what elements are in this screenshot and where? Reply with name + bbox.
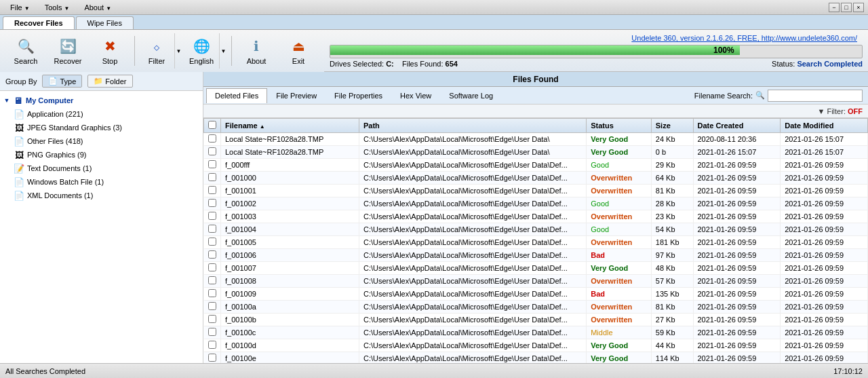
tab-recover-files[interactable]: Recover Files bbox=[3, 16, 75, 29]
table-row[interactable]: f_00100b C:\Users\Alex\AppData\Local\Mic… bbox=[204, 314, 868, 326]
table-row[interactable]: Local State~RF1028a28.TMP C:\Users\Alex\… bbox=[204, 133, 868, 146]
status-label: Status: bbox=[772, 60, 795, 68]
table-row[interactable]: f_001002 C:\Users\Alex\AppData\Local\Mic… bbox=[204, 197, 868, 210]
row-checkbox[interactable] bbox=[204, 146, 221, 159]
row-size: 28 Kb bbox=[651, 197, 693, 210]
list-item[interactable]: 📄 Windows Batch File (1) bbox=[0, 175, 203, 189]
app-link[interactable]: Undelete 360, version 2.1.6.26, FREE, ht… bbox=[626, 33, 863, 43]
english-button[interactable]: 🌐 English bbox=[184, 33, 219, 69]
row-path: C:\Users\Alex\AppData\Local\Microsoft\Ed… bbox=[359, 352, 587, 364]
group-type-button[interactable]: 📄 Type bbox=[42, 75, 82, 88]
row-checkbox[interactable] bbox=[204, 236, 221, 249]
row-date-created: 2021-01-26 09:59 bbox=[693, 236, 781, 249]
list-item[interactable]: 📄 Application (221) bbox=[0, 107, 203, 121]
files-count: 654 bbox=[446, 60, 458, 68]
menu-file[interactable]: File ▼ bbox=[4, 1, 36, 14]
tab-hex-view[interactable]: Hex View bbox=[391, 88, 440, 103]
row-date-modified: 2021-01-26 09:59 bbox=[781, 339, 868, 352]
row-date-created: 2021-01-26 09:59 bbox=[693, 352, 781, 364]
table-row[interactable]: f_001003 C:\Users\Alex\AppData\Local\Mic… bbox=[204, 210, 868, 223]
table-row[interactable]: f_001007 C:\Users\Alex\AppData\Local\Mic… bbox=[204, 262, 868, 275]
recover-button[interactable]: 🔄 Recover bbox=[47, 33, 88, 69]
row-size: 81 Kb bbox=[651, 185, 693, 197]
title-bar-left: File ▼ Tools ▼ About ▼ bbox=[4, 1, 117, 14]
list-item[interactable]: 🖼 JPEG Standard Graphics (3) bbox=[0, 121, 203, 134]
row-checkbox[interactable] bbox=[204, 172, 221, 185]
tab-wipe-files[interactable]: Wipe Files bbox=[76, 16, 134, 29]
row-checkbox[interactable] bbox=[204, 210, 221, 223]
filter-button[interactable]: ⬦ Filter bbox=[139, 33, 174, 69]
list-item[interactable]: 📝 Text Documents (1) bbox=[0, 162, 203, 175]
stop-button[interactable]: ✖ Stop bbox=[90, 33, 130, 69]
row-status: Good bbox=[587, 159, 652, 172]
row-checkbox[interactable] bbox=[204, 288, 221, 301]
table-row[interactable]: f_001004 C:\Users\Alex\AppData\Local\Mic… bbox=[204, 223, 868, 236]
group-folder-button[interactable]: 📁 Folder bbox=[87, 75, 132, 88]
col-date-created[interactable]: Date Created bbox=[693, 119, 781, 133]
row-checkbox[interactable] bbox=[204, 275, 221, 288]
close-button[interactable]: × bbox=[853, 3, 864, 12]
menu-tools[interactable]: Tools ▼ bbox=[39, 1, 76, 14]
row-status: Good bbox=[587, 197, 652, 210]
table-row[interactable]: f_00100d C:\Users\Alex\AppData\Local\Mic… bbox=[204, 339, 868, 352]
about-button[interactable]: ℹ About bbox=[236, 33, 277, 69]
col-status[interactable]: Status bbox=[587, 119, 652, 133]
row-checkbox[interactable] bbox=[204, 314, 221, 326]
row-date-modified: 2021-01-26 09:59 bbox=[781, 288, 868, 301]
exit-button[interactable]: ⏏ Exit bbox=[278, 33, 319, 69]
table-row[interactable]: f_000fff C:\Users\Alex\AppData\Local\Mic… bbox=[204, 159, 868, 172]
maximize-button[interactable]: □ bbox=[841, 3, 852, 12]
filter-off-value[interactable]: OFF bbox=[848, 107, 863, 115]
row-checkbox[interactable] bbox=[204, 262, 221, 275]
list-item[interactable]: 📄 Other Files (418) bbox=[0, 134, 203, 148]
table-row[interactable]: f_001009 C:\Users\Alex\AppData\Local\Mic… bbox=[204, 288, 868, 301]
table-row[interactable]: f_001001 C:\Users\Alex\AppData\Local\Mic… bbox=[204, 185, 868, 197]
row-checkbox[interactable] bbox=[204, 352, 221, 364]
col-path[interactable]: Path bbox=[359, 119, 587, 133]
table-row[interactable]: f_00100a C:\Users\Alex\AppData\Local\Mic… bbox=[204, 301, 868, 314]
col-date-modified[interactable]: Date Modified bbox=[781, 119, 868, 133]
tree-area: ▼ 🖥 My Computer 📄 Application (221) 🖼 JP… bbox=[0, 91, 203, 205]
english-icon: 🌐 bbox=[192, 37, 211, 56]
row-checkbox[interactable] bbox=[204, 301, 221, 314]
row-checkbox[interactable] bbox=[204, 249, 221, 262]
table-row[interactable]: f_001000 C:\Users\Alex\AppData\Local\Mic… bbox=[204, 172, 868, 185]
list-item[interactable]: 🖼 PNG Graphics (9) bbox=[0, 148, 203, 162]
tree-root[interactable]: ▼ 🖥 My Computer bbox=[0, 94, 203, 107]
table-row[interactable]: Local State~RF1028a28.TMP C:\Users\Alex\… bbox=[204, 146, 868, 159]
row-checkbox[interactable] bbox=[204, 197, 221, 210]
tab-file-preview[interactable]: File Preview bbox=[267, 88, 326, 103]
table-row[interactable]: f_001006 C:\Users\Alex\AppData\Local\Mic… bbox=[204, 249, 868, 262]
content-area: Group By 📄 Type 📁 Folder ▼ 🖥 My Computer… bbox=[0, 72, 868, 363]
row-checkbox[interactable] bbox=[204, 223, 221, 236]
row-filename: f_001000 bbox=[221, 172, 359, 185]
row-date-created: 2021-01-26 09:59 bbox=[693, 172, 781, 185]
table-row[interactable]: f_00100c C:\Users\Alex\AppData\Local\Mic… bbox=[204, 326, 868, 339]
filter-text-label: Filter: bbox=[827, 107, 846, 115]
exit-icon: ⏏ bbox=[289, 37, 308, 56]
minimize-button[interactable]: − bbox=[829, 3, 840, 12]
row-checkbox[interactable] bbox=[204, 339, 221, 352]
table-row[interactable]: f_00100e C:\Users\Alex\AppData\Local\Mic… bbox=[204, 352, 868, 364]
search-button[interactable]: 🔍 Search bbox=[5, 33, 46, 69]
table-row[interactable]: f_001005 C:\Users\Alex\AppData\Local\Mic… bbox=[204, 236, 868, 249]
tab-file-properties[interactable]: File Properties bbox=[326, 88, 391, 103]
english-dropdown-arrow[interactable]: ▼ bbox=[219, 33, 227, 69]
col-filename[interactable]: Filename ▲ bbox=[221, 119, 359, 133]
col-checkbox[interactable] bbox=[204, 119, 221, 133]
menu-about[interactable]: About ▼ bbox=[78, 1, 117, 14]
tab-software-log[interactable]: Software Log bbox=[440, 88, 502, 103]
table-row[interactable]: f_001008 C:\Users\Alex\AppData\Local\Mic… bbox=[204, 275, 868, 288]
list-item[interactable]: 📄 XML Documents (1) bbox=[0, 189, 203, 202]
filename-search-input[interactable] bbox=[768, 90, 863, 102]
col-size[interactable]: Size bbox=[651, 119, 693, 133]
tab-deleted-files[interactable]: Deleted Files bbox=[206, 88, 267, 103]
row-checkbox[interactable] bbox=[204, 326, 221, 339]
row-checkbox[interactable] bbox=[204, 185, 221, 197]
row-checkbox[interactable] bbox=[204, 133, 221, 146]
select-all-checkbox[interactable] bbox=[208, 121, 216, 129]
filter-dropdown-arrow[interactable]: ▼ bbox=[174, 33, 182, 69]
row-checkbox[interactable] bbox=[204, 159, 221, 172]
row-date-modified: 2021-01-26 09:59 bbox=[781, 159, 868, 172]
filter-label-text: ▼ Filter: OFF bbox=[817, 107, 863, 115]
